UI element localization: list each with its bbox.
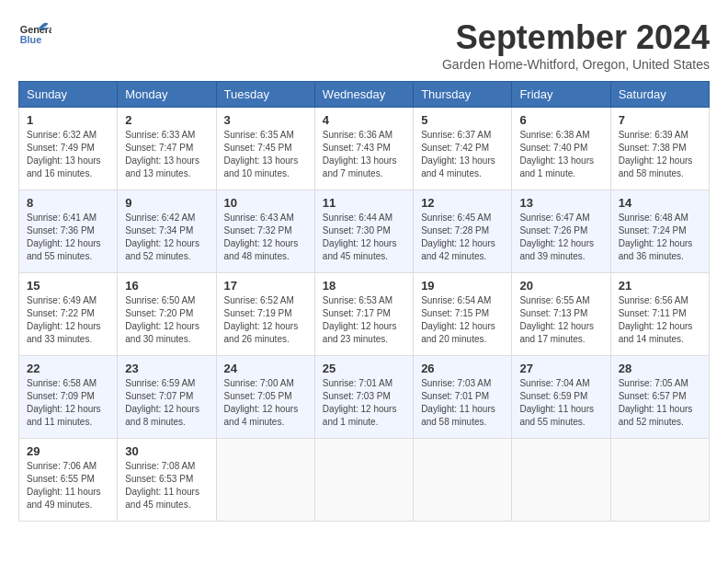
day-info: Sunrise: 6:50 AMSunset: 7:20 PMDaylight:… bbox=[125, 294, 208, 346]
day-info: Sunrise: 6:43 AMSunset: 7:32 PMDaylight:… bbox=[224, 212, 307, 263]
table-row: 3Sunrise: 6:35 AMSunset: 7:45 PMDaylight… bbox=[216, 108, 314, 190]
col-sunday: Sunday bbox=[19, 82, 118, 108]
day-number: 26 bbox=[421, 362, 504, 375]
day-number: 21 bbox=[619, 279, 701, 293]
day-number: 5 bbox=[421, 113, 504, 127]
day-number: 9 bbox=[125, 196, 208, 210]
day-number: 19 bbox=[421, 279, 504, 293]
day-info: Sunrise: 6:41 AMSunset: 7:36 PMDaylight:… bbox=[27, 212, 109, 263]
day-number: 28 bbox=[619, 362, 701, 375]
logo-icon: General Blue bbox=[18, 18, 51, 52]
col-tuesday: Tuesday bbox=[216, 82, 314, 108]
day-info: Sunrise: 7:04 AMSunset: 6:59 PMDaylight:… bbox=[519, 377, 602, 429]
calendar-week-3: 15Sunrise: 6:49 AMSunset: 7:22 PMDayligh… bbox=[19, 273, 710, 356]
day-number: 1 bbox=[27, 113, 109, 127]
col-thursday: Thursday bbox=[414, 82, 512, 108]
day-number: 29 bbox=[27, 444, 109, 458]
col-saturday: Saturday bbox=[610, 82, 709, 108]
day-info: Sunrise: 6:56 AMSunset: 7:11 PMDaylight:… bbox=[619, 294, 701, 346]
col-monday: Monday bbox=[118, 82, 216, 108]
day-number: 23 bbox=[125, 362, 208, 375]
table-row: 17Sunrise: 6:52 AMSunset: 7:19 PMDayligh… bbox=[216, 273, 314, 356]
day-info: Sunrise: 6:35 AMSunset: 7:45 PMDaylight:… bbox=[224, 129, 307, 180]
table-row: 28Sunrise: 7:05 AMSunset: 6:57 PMDayligh… bbox=[610, 356, 709, 439]
day-info: Sunrise: 7:05 AMSunset: 6:57 PMDaylight:… bbox=[619, 377, 701, 429]
calendar-week-2: 8Sunrise: 6:41 AMSunset: 7:36 PMDaylight… bbox=[19, 190, 710, 273]
svg-text:Blue: Blue bbox=[20, 34, 41, 45]
day-info: Sunrise: 6:44 AMSunset: 7:30 PMDaylight:… bbox=[323, 212, 405, 263]
table-row: 2Sunrise: 6:33 AMSunset: 7:47 PMDaylight… bbox=[118, 108, 216, 190]
day-number: 12 bbox=[421, 196, 504, 210]
table-row: 30Sunrise: 7:08 AMSunset: 6:53 PMDayligh… bbox=[118, 439, 216, 522]
calendar-table: Sunday Monday Tuesday Wednesday Thursday… bbox=[18, 81, 710, 522]
day-number: 27 bbox=[519, 362, 602, 375]
day-number: 22 bbox=[27, 362, 109, 375]
table-row: 29Sunrise: 7:06 AMSunset: 6:55 PMDayligh… bbox=[19, 439, 118, 522]
table-row: 13Sunrise: 6:47 AMSunset: 7:26 PMDayligh… bbox=[512, 190, 610, 273]
calendar-week-5: 29Sunrise: 7:06 AMSunset: 6:55 PMDayligh… bbox=[19, 439, 710, 522]
table-row: 24Sunrise: 7:00 AMSunset: 7:05 PMDayligh… bbox=[216, 356, 314, 439]
day-number: 13 bbox=[519, 196, 602, 210]
table-row: 20Sunrise: 6:55 AMSunset: 7:13 PMDayligh… bbox=[512, 273, 610, 356]
day-info: Sunrise: 7:06 AMSunset: 6:55 PMDaylight:… bbox=[27, 460, 109, 511]
day-info: Sunrise: 6:36 AMSunset: 7:43 PMDaylight:… bbox=[323, 129, 405, 180]
table-row: 22Sunrise: 6:58 AMSunset: 7:09 PMDayligh… bbox=[19, 356, 118, 439]
table-row: 14Sunrise: 6:48 AMSunset: 7:24 PMDayligh… bbox=[610, 190, 709, 273]
table-row: 15Sunrise: 6:49 AMSunset: 7:22 PMDayligh… bbox=[19, 273, 118, 356]
table-row: 19Sunrise: 6:54 AMSunset: 7:15 PMDayligh… bbox=[414, 273, 512, 356]
day-info: Sunrise: 7:00 AMSunset: 7:05 PMDaylight:… bbox=[224, 377, 307, 429]
day-info: Sunrise: 6:52 AMSunset: 7:19 PMDaylight:… bbox=[224, 294, 307, 346]
page-header: General Blue September 2024 Garden Home-… bbox=[18, 18, 710, 72]
day-number: 18 bbox=[323, 279, 405, 293]
day-info: Sunrise: 6:58 AMSunset: 7:09 PMDaylight:… bbox=[27, 377, 109, 429]
day-number: 3 bbox=[224, 113, 307, 127]
calendar-header-row: Sunday Monday Tuesday Wednesday Thursday… bbox=[19, 82, 710, 108]
table-row: 27Sunrise: 7:04 AMSunset: 6:59 PMDayligh… bbox=[512, 356, 610, 439]
day-info: Sunrise: 6:38 AMSunset: 7:40 PMDaylight:… bbox=[519, 129, 602, 180]
day-number: 10 bbox=[224, 196, 307, 210]
table-row: 10Sunrise: 6:43 AMSunset: 7:32 PMDayligh… bbox=[216, 190, 314, 273]
table-row: 26Sunrise: 7:03 AMSunset: 7:01 PMDayligh… bbox=[414, 356, 512, 439]
day-info: Sunrise: 6:53 AMSunset: 7:17 PMDaylight:… bbox=[323, 294, 405, 346]
table-row bbox=[512, 439, 610, 522]
table-row: 8Sunrise: 6:41 AMSunset: 7:36 PMDaylight… bbox=[19, 190, 118, 273]
day-number: 2 bbox=[125, 113, 208, 127]
table-row bbox=[216, 439, 314, 522]
day-number: 17 bbox=[224, 279, 307, 293]
day-info: Sunrise: 7:08 AMSunset: 6:53 PMDaylight:… bbox=[125, 460, 208, 511]
day-info: Sunrise: 6:48 AMSunset: 7:24 PMDaylight:… bbox=[619, 212, 701, 263]
day-info: Sunrise: 7:01 AMSunset: 7:03 PMDaylight:… bbox=[323, 377, 405, 429]
table-row: 5Sunrise: 6:37 AMSunset: 7:42 PMDaylight… bbox=[414, 108, 512, 190]
day-info: Sunrise: 6:49 AMSunset: 7:22 PMDaylight:… bbox=[27, 294, 109, 346]
table-row: 4Sunrise: 6:36 AMSunset: 7:43 PMDaylight… bbox=[314, 108, 413, 190]
logo: General Blue bbox=[18, 18, 51, 52]
day-number: 16 bbox=[125, 279, 208, 293]
table-row: 6Sunrise: 6:38 AMSunset: 7:40 PMDaylight… bbox=[512, 108, 610, 190]
day-info: Sunrise: 6:59 AMSunset: 7:07 PMDaylight:… bbox=[125, 377, 208, 429]
day-number: 20 bbox=[519, 279, 602, 293]
day-number: 24 bbox=[224, 362, 307, 375]
day-info: Sunrise: 6:45 AMSunset: 7:28 PMDaylight:… bbox=[421, 212, 504, 263]
day-info: Sunrise: 6:32 AMSunset: 7:49 PMDaylight:… bbox=[27, 129, 109, 180]
day-number: 14 bbox=[619, 196, 701, 210]
table-row: 7Sunrise: 6:39 AMSunset: 7:38 PMDaylight… bbox=[610, 108, 709, 190]
title-section: September 2024 Garden Home-Whitford, Ore… bbox=[442, 18, 710, 72]
day-info: Sunrise: 6:47 AMSunset: 7:26 PMDaylight:… bbox=[519, 212, 602, 263]
day-number: 25 bbox=[323, 362, 405, 375]
day-number: 15 bbox=[27, 279, 109, 293]
table-row: 23Sunrise: 6:59 AMSunset: 7:07 PMDayligh… bbox=[118, 356, 216, 439]
day-info: Sunrise: 6:37 AMSunset: 7:42 PMDaylight:… bbox=[421, 129, 504, 180]
table-row bbox=[414, 439, 512, 522]
day-info: Sunrise: 6:39 AMSunset: 7:38 PMDaylight:… bbox=[619, 129, 701, 180]
day-number: 11 bbox=[323, 196, 405, 210]
day-number: 30 bbox=[125, 444, 208, 458]
calendar-week-1: 1Sunrise: 6:32 AMSunset: 7:49 PMDaylight… bbox=[19, 108, 710, 190]
page-title: September 2024 bbox=[442, 18, 710, 57]
calendar-week-4: 22Sunrise: 6:58 AMSunset: 7:09 PMDayligh… bbox=[19, 356, 710, 439]
day-info: Sunrise: 6:42 AMSunset: 7:34 PMDaylight:… bbox=[125, 212, 208, 263]
day-info: Sunrise: 7:03 AMSunset: 7:01 PMDaylight:… bbox=[421, 377, 504, 429]
table-row bbox=[610, 439, 709, 522]
table-row: 9Sunrise: 6:42 AMSunset: 7:34 PMDaylight… bbox=[118, 190, 216, 273]
table-row: 12Sunrise: 6:45 AMSunset: 7:28 PMDayligh… bbox=[414, 190, 512, 273]
table-row: 1Sunrise: 6:32 AMSunset: 7:49 PMDaylight… bbox=[19, 108, 118, 190]
